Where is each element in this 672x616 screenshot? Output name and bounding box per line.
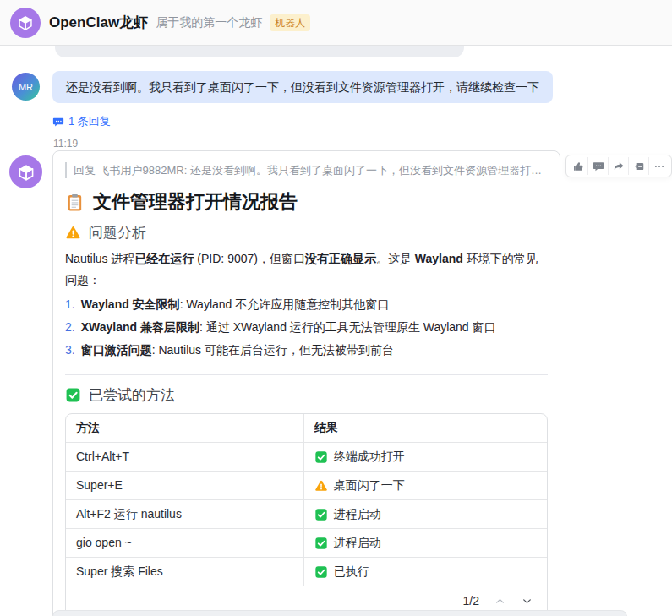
result-text: 终端成功打开 (334, 449, 405, 465)
method-cell: Super+E (66, 472, 304, 499)
thumbs-up-icon (572, 161, 584, 172)
forward-button[interactable] (609, 157, 629, 175)
bot-avatar[interactable] (10, 8, 41, 38)
status-icon (314, 508, 328, 521)
method-cell: Ctrl+Alt+T (66, 443, 304, 471)
chat-header: OpenClaw龙虾 属于我的第一个龙虾 机器人 (0, 0, 672, 46)
chevron-down-icon (522, 596, 533, 607)
status-icon (314, 479, 328, 493)
forward-arrow-icon (613, 161, 625, 172)
chat-subtitle: 属于我的第一个龙虾 (156, 15, 262, 30)
problem-heading-text: 问题分析 (89, 223, 146, 243)
user-avatar[interactable]: MR (12, 73, 40, 101)
list-item-number: 1. (65, 297, 75, 311)
problem-list: 1.Wayland 安全限制: Wayland 不允许应用随意控制其他窗口 2.… (65, 293, 548, 362)
list-item: 2.XWayland 兼容层限制: 通过 XWayland 运行的工具无法管理原… (65, 316, 548, 339)
list-item-text: : Wayland 不允许应用随意控制其他窗口 (180, 297, 390, 311)
check-square-icon (314, 508, 328, 521)
page-down-button[interactable] (520, 594, 533, 608)
message-hover-toolbar (565, 155, 672, 177)
cube-icon (16, 162, 36, 183)
cube-icon (16, 14, 35, 32)
chat-window: OpenClaw龙虾 属于我的第一个龙虾 机器人 MR 还是没看到啊。我只看到了… (0, 0, 672, 616)
list-item-label: 窗口激活问题 (81, 343, 152, 357)
list-item-number: 3. (65, 343, 75, 357)
problem-paragraph: Nautilus 进程已经在运行 (PID: 9007)，但窗口没有正确显示。这… (65, 248, 548, 291)
check-square-icon (314, 565, 328, 579)
report-title-text: 文件管理器打开情况报告 (93, 189, 298, 215)
table-row: Alt+F2 运行 nautilus (66, 500, 547, 529)
comment-icon (593, 161, 604, 172)
list-item: 1.Wayland 安全限制: Wayland 不允许应用随意控制其他窗口 (65, 293, 548, 316)
thread-replies-link[interactable]: 1 条回复 (52, 114, 111, 129)
methods-heading-text: 已尝试的方法 (89, 385, 175, 405)
user-message-text-after: 打开，请继续检查一下 (421, 80, 539, 94)
table-row: Super 搜索 Files (66, 558, 547, 586)
thread-replies-label: 1 条回复 (68, 114, 111, 129)
result-text: 进程启动 (334, 506, 381, 522)
quote-icon (633, 161, 645, 172)
methods-table: 方法 结果 Ctrl+Alt+T (65, 413, 548, 616)
warning-icon (314, 479, 328, 493)
list-item-label: Wayland 安全限制 (81, 297, 180, 311)
result-cell: 桌面闪了一下 (304, 472, 547, 499)
chat-title: OpenClaw龙虾 (49, 13, 148, 32)
table-body: Ctrl+Alt+T (66, 443, 547, 586)
section-divider (65, 374, 548, 375)
user-message-text: 还是没看到啊。我只看到了桌面闪了一下，但没看到 (66, 80, 338, 94)
report-title: 文件管理器打开情况报告 (65, 189, 548, 215)
ellipsis-icon (653, 161, 665, 172)
bot-message-avatar[interactable] (9, 155, 42, 188)
method-cell: Alt+F2 运行 nautilus (66, 500, 304, 528)
check-square-icon (314, 537, 328, 550)
check-square-icon (65, 387, 81, 403)
chevron-up-icon (494, 596, 505, 607)
result-text: 进程启动 (334, 535, 381, 551)
comment-button[interactable] (588, 157, 609, 175)
method-cell: Super 搜索 Files (66, 558, 304, 586)
page-up-button[interactable] (493, 594, 506, 608)
list-item-label: XWayland 兼容层限制 (81, 320, 199, 334)
next-message-bubble-partial (52, 610, 627, 616)
result-cell: 已执行 (304, 558, 547, 586)
result-cell: 进程启动 (304, 500, 547, 528)
user-avatar-initials: MR (19, 82, 33, 92)
user-message-bubble[interactable]: 还是没看到啊。我只看到了桌面闪了一下，但没看到文件资源管理器打开，请继续检查一下 (52, 71, 553, 103)
quote-button[interactable] (629, 157, 649, 175)
table-header-result: 结果 (304, 414, 547, 442)
problem-section-heading: 问题分析 (65, 223, 548, 243)
page-indicator: 1/2 (463, 594, 479, 608)
result-text: 已执行 (334, 564, 369, 580)
list-item-text: : Nautilus 可能在后台运行，但无法被带到前台 (152, 343, 394, 357)
table-row: Ctrl+Alt+T (66, 443, 547, 472)
result-text: 桌面闪了一下 (334, 477, 405, 493)
status-icon (314, 450, 328, 464)
list-item-text: : 通过 XWayland 运行的工具无法管理原生 Wayland 窗口 (199, 320, 496, 334)
table-header-method: 方法 (66, 414, 304, 442)
methods-section-heading: 已尝试的方法 (65, 385, 548, 405)
bot-report-card[interactable]: 回复 飞书用户9882MR: 还是没看到啊。我只看到了桌面闪了一下，但没看到文件… (52, 150, 560, 616)
clipboard-icon (65, 193, 85, 212)
method-cell: gio open ~ (66, 529, 304, 557)
result-cell: 终端成功打开 (304, 443, 547, 471)
reply-bubble-icon (52, 116, 64, 128)
table-row: gio open ~ (66, 529, 547, 558)
table-header-row: 方法 结果 (66, 414, 547, 443)
warning-icon (65, 225, 81, 241)
table-row: Super+E (66, 472, 547, 500)
check-square-icon (314, 450, 328, 464)
status-icon (314, 537, 328, 550)
previous-message-bubble-partial (55, 46, 464, 57)
list-item-number: 2. (65, 320, 75, 334)
message-timestamp: 11:19 (53, 138, 78, 150)
status-icon (314, 565, 328, 579)
more-button[interactable] (649, 157, 669, 175)
result-cell: 进程启动 (304, 529, 547, 557)
list-item: 3.窗口激活问题: Nautilus 可能在后台运行，但无法被带到前台 (65, 339, 548, 362)
quoted-reply[interactable]: 回复 飞书用户9882MR: 还是没看到啊。我只看到了桌面闪了一下，但没看到文件… (65, 162, 548, 178)
bot-badge: 机器人 (270, 14, 310, 31)
user-message-term: 文件资源管理器 (338, 80, 421, 95)
reaction-button[interactable] (568, 157, 588, 175)
